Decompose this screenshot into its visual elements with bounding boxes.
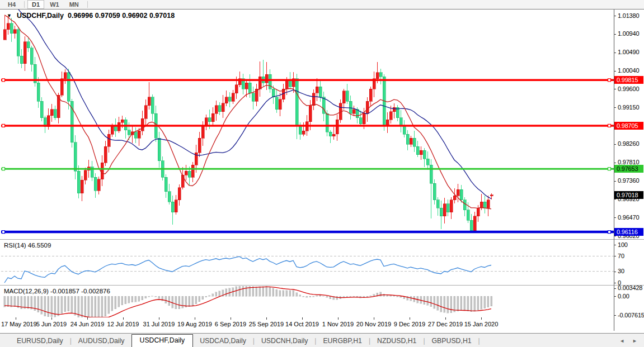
date-tick <box>374 317 374 320</box>
candle <box>457 189 459 196</box>
macd-bar <box>219 291 220 296</box>
candle <box>215 106 218 114</box>
macd-bar <box>68 296 69 311</box>
timeframe-button-h4[interactable]: H4 <box>3 0 20 9</box>
date-label: 17 May 2019 <box>1 321 37 327</box>
candle <box>420 150 422 154</box>
candle <box>13 30 16 34</box>
macd-bar <box>266 286 267 296</box>
date-tick <box>16 317 16 320</box>
tab-audusd-daily[interactable]: AUDUSD,Daily <box>72 335 131 347</box>
candle <box>54 110 57 118</box>
timeframe-button-w1[interactable]: W1 <box>45 0 64 9</box>
line-handle[interactable] <box>608 231 611 234</box>
line-handle[interactable] <box>608 168 611 170</box>
candle <box>426 159 429 165</box>
candle <box>3 30 6 40</box>
tab-eurusd-daily[interactable]: EURUSD,Daily <box>10 335 70 347</box>
macd-bar <box>225 289 227 296</box>
symbol-dropdown-icon[interactable]: ▼ <box>7 13 12 18</box>
macd-bar <box>142 296 143 300</box>
candle <box>410 138 412 144</box>
rsi-chart-canvas[interactable] <box>1 240 614 285</box>
candle <box>295 79 298 126</box>
macd-bar <box>108 296 110 313</box>
candle <box>467 210 469 220</box>
macd-bar <box>168 296 170 306</box>
candle <box>17 30 20 56</box>
line-handle[interactable] <box>2 168 5 170</box>
candle <box>205 118 208 126</box>
macd-bar <box>58 296 59 316</box>
main-price-panel[interactable]: ▼USDCHF,Daily0.96996 0.97059 0.96902 0.9… <box>0 9 644 239</box>
line-handle[interactable] <box>2 79 5 82</box>
candle <box>450 200 453 212</box>
rsi-label: RSI(14) 46.5509 <box>4 242 51 249</box>
date-tick <box>481 317 482 320</box>
date-tick <box>123 317 124 320</box>
tab-scroll-left-icon[interactable]: ◄ <box>619 338 624 344</box>
tab-usdcnh-daily[interactable]: USDCNH,Daily <box>255 335 314 347</box>
tab-gbpusd-h1[interactable]: GBPUSD,H1 <box>425 335 478 347</box>
tab-eurgbp-h1[interactable]: EURGBP,H1 <box>316 335 368 347</box>
tab-usdchf-daily[interactable]: USDCHF,Daily <box>131 334 194 347</box>
candle <box>188 171 191 177</box>
candle <box>248 83 251 93</box>
timeframe-button-mn[interactable]: MN <box>65 0 83 9</box>
macd-bar <box>131 296 133 302</box>
macd-label: MACD(12,26,9) -0.001857 -0.002876 <box>4 288 110 294</box>
macd-bar <box>37 296 39 312</box>
candle <box>252 93 255 102</box>
chart-symbol-label: USDCHF,Daily <box>17 12 64 20</box>
candle <box>171 202 174 212</box>
chart-ohlc-values: 0.96996 0.97059 0.96902 0.97018 <box>68 12 175 20</box>
candle <box>406 134 409 144</box>
candle <box>416 146 419 155</box>
tab-nzdusd-h1[interactable]: NZDUSD,H1 <box>370 335 423 347</box>
candle <box>299 126 302 134</box>
macd-bar <box>242 286 244 296</box>
macd-panel[interactable]: MACD(12,26,9) -0.001857 -0.002876 0.0034… <box>0 286 644 317</box>
macd-bar <box>101 296 103 317</box>
tab-scroll-right-icon[interactable]: ► <box>632 338 637 344</box>
candle <box>27 42 30 48</box>
price-axis-label: 1.00940 <box>618 30 639 37</box>
line-handle[interactable] <box>2 231 5 234</box>
rsi-panel[interactable]: RSI(14) 46.5509 10070300 <box>0 240 644 285</box>
macd-bar <box>148 296 150 297</box>
macd-bar <box>319 295 321 296</box>
candle <box>50 110 53 116</box>
timeframe-button-d1[interactable]: D1 <box>27 0 44 9</box>
candle <box>332 134 335 136</box>
price-axis: 1.013801.009401.004901.000400.996000.991… <box>614 9 644 239</box>
macd-bar <box>145 296 147 298</box>
date-label: 6 Sep 2019 <box>215 321 246 327</box>
macd-bar <box>88 296 90 317</box>
tab-usdcad-daily[interactable]: USDCAD,Daily <box>193 335 253 347</box>
macd-bar <box>434 296 435 308</box>
line-handle[interactable] <box>608 79 611 82</box>
macd-bar <box>262 287 264 297</box>
price-axis-label: 0.98260 <box>618 140 639 147</box>
macd-bar <box>410 296 412 301</box>
candle <box>198 138 201 153</box>
candle <box>178 188 181 200</box>
line-handle[interactable] <box>608 124 611 127</box>
candle <box>272 89 275 97</box>
macd-bar <box>71 296 73 313</box>
candlestick-chart-canvas[interactable] <box>1 9 614 239</box>
candle <box>413 138 416 146</box>
candle <box>279 99 281 110</box>
macd-bar <box>437 296 439 310</box>
candle <box>70 101 73 142</box>
timeframe-toolbar: H4D1W1MN <box>0 0 644 9</box>
candle <box>342 91 345 103</box>
candle <box>460 189 463 199</box>
candle <box>269 74 271 89</box>
macd-bar <box>427 296 429 305</box>
macd-bar <box>424 296 425 304</box>
macd-bar <box>444 296 445 312</box>
candle <box>77 171 80 193</box>
price-axis-label: 0.97360 <box>618 177 639 184</box>
line-handle[interactable] <box>2 124 5 127</box>
